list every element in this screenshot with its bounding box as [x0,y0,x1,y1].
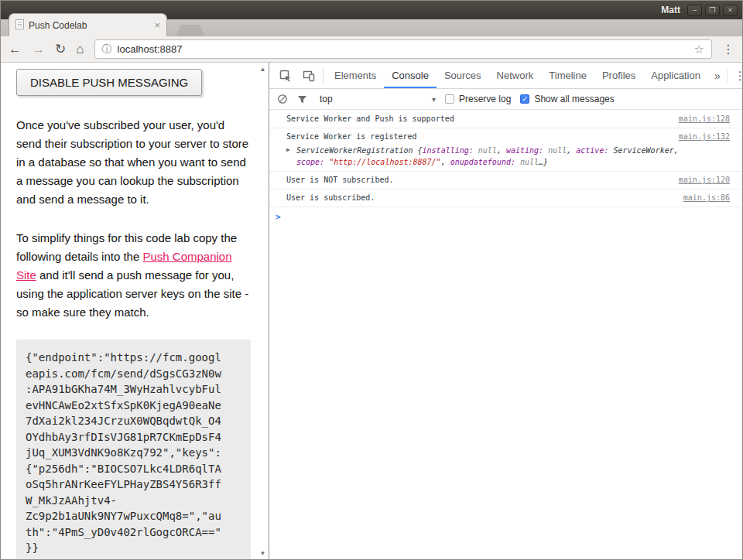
more-tabs-icon[interactable]: » [708,70,727,82]
new-tab-button[interactable] [176,25,205,36]
console-message: Service Worker and Push is supported mai… [269,111,742,128]
checkbox-checked-icon: ✓ [520,94,529,104]
tab-title: Push Codelab [29,20,149,31]
devtools-panel: Elements Console Sources Network Timelin… [269,63,742,559]
page-info-icon[interactable]: ⓘ [102,43,112,56]
address-bar[interactable]: ⓘ localhost:8887 ☆ [94,39,712,59]
object-preview-text: ServiceWorkerRegistration {installing: n… [296,145,680,168]
tab-console[interactable]: Console [384,63,437,88]
page-pane: DISABLE PUSH MESSAGING Once you've subsc… [1,63,269,559]
chevron-down-icon: ▾ [432,95,436,104]
clear-console-icon[interactable] [277,94,288,104]
page-scrollbar[interactable]: ▲ ▼ [257,63,269,559]
subscription-code-block: {"endpoint":"https://fcm.googl eapis.com… [16,340,251,559]
window-close-button[interactable]: × [723,5,738,16]
browser-window: Matt – ❐ × Push Codelab × ← → ↻ ⌂ ⓘ loca… [0,0,743,560]
devtools-tabbar: Elements Console Sources Network Timelin… [269,63,742,89]
home-button[interactable]: ⌂ [76,43,84,56]
scroll-down-icon[interactable]: ▼ [260,550,266,557]
devtools-menu-icon[interactable]: ⋮ [727,69,743,83]
reload-button[interactable]: ↻ [55,43,66,56]
tab-strip: Push Codelab × [1,19,742,36]
window-title: Matt [661,5,680,15]
paragraph-subscribe: Once you've subscribed your user, you'd … [16,116,251,209]
filter-icon[interactable] [297,94,307,104]
console-message: User is NOT subscribed. main.js:120 [269,172,742,190]
disable-push-button[interactable]: DISABLE PUSH MESSAGING [16,69,202,96]
tab-timeline[interactable]: Timeline [541,63,594,88]
console-prompt[interactable]: > [269,207,742,224]
object-preview[interactable]: ▶ ServiceWorkerRegistration {installing:… [286,145,680,168]
tab-close-icon[interactable]: × [154,20,160,30]
browser-tab[interactable]: Push Codelab × [9,13,167,36]
device-toolbar-icon[interactable] [297,70,320,82]
preserve-log-checkbox[interactable]: Preserve log [445,94,511,104]
minimize-button[interactable]: – [687,5,702,16]
content-area: DISABLE PUSH MESSAGING Once you've subsc… [1,63,742,559]
tab-application[interactable]: Application [643,63,708,88]
bookmark-star-icon[interactable]: ☆ [694,43,704,56]
paragraph-simplify: To simplify things for this code lab cop… [16,229,251,322]
tab-elements[interactable]: Elements [327,63,384,88]
back-button[interactable]: ← [9,43,22,56]
console-source-link[interactable]: main.js:128 [679,114,730,125]
console-message: Service Worker is registered main.js:132… [269,128,742,172]
browser-toolbar: ← → ↻ ⌂ ⓘ localhost:8887 ☆ ⋮ [1,36,742,63]
browser-menu-icon[interactable]: ⋮ [722,42,734,56]
show-all-messages-checkbox[interactable]: ✓ Show all messages [520,94,614,104]
show-all-messages-label: Show all messages [534,94,614,104]
console-message-text: Service Worker is registered [286,131,669,142]
forward-button[interactable]: → [32,43,45,56]
prompt-chevron-icon: > [276,212,281,222]
console-toolbar: top ▾ Preserve log ✓ Show all messages [269,89,742,110]
console-source-link[interactable]: main.js:132 [679,131,730,142]
favicon-icon [15,19,24,32]
console-message: User is subscribed. main.js:86 [269,190,742,207]
tab-sources[interactable]: Sources [437,63,489,88]
console-message-text: User is NOT subscribed. [286,175,669,186]
inspect-element-icon[interactable] [274,70,297,82]
url-text[interactable]: localhost:8887 [118,43,689,55]
page-content: DISABLE PUSH MESSAGING Once you've subsc… [1,63,257,559]
scroll-up-icon[interactable]: ▲ [260,66,266,73]
tab-network[interactable]: Network [489,63,542,88]
console-source-link[interactable]: main.js:86 [683,193,730,203]
preserve-log-label: Preserve log [459,94,511,104]
console-source-link[interactable]: main.js:120 [679,175,730,186]
devtools-icon-group [274,67,324,84]
paragraph-simplify-after: and it'll send a push message for you, u… [16,268,248,319]
context-selector[interactable]: top ▾ [320,94,436,104]
devtools-tabs: Elements Console Sources Network Timelin… [327,63,708,88]
console-message-text: User is subscribed. [286,193,674,203]
context-selector-value: top [320,94,333,104]
tab-profiles[interactable]: Profiles [594,63,643,88]
console-messages: Service Worker and Push is supported mai… [269,110,742,559]
expand-arrow-icon[interactable]: ▶ [286,145,296,168]
maximize-button[interactable]: ❐ [705,5,720,16]
console-message-text: Service Worker and Push is supported [286,114,669,125]
checkbox-unchecked-icon [445,94,454,104]
